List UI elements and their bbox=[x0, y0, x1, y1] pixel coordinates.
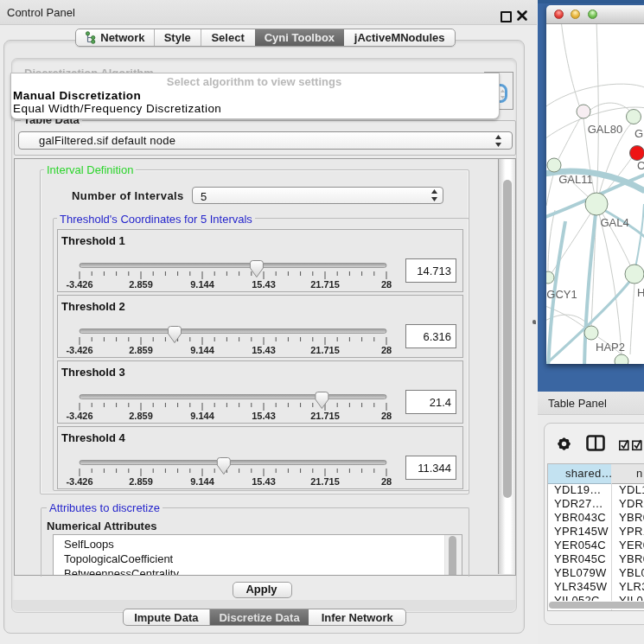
svg-text:H: H bbox=[637, 286, 644, 299]
svg-text:GAL80: GAL80 bbox=[588, 123, 622, 136]
svg-text:9.144: 9.144 bbox=[190, 345, 214, 355]
svg-text:28: 28 bbox=[381, 279, 392, 290]
svg-text:21.715: 21.715 bbox=[310, 279, 340, 290]
svg-text:2.859: 2.859 bbox=[129, 476, 153, 487]
svg-text:9.144: 9.144 bbox=[190, 279, 214, 290]
svg-text:2.859: 2.859 bbox=[129, 411, 153, 421]
svg-text:-3.426: -3.426 bbox=[66, 279, 92, 290]
svg-text:-3.426: -3.426 bbox=[66, 411, 92, 421]
svg-text:9.144: 9.144 bbox=[190, 476, 214, 487]
svg-text:2.859: 2.859 bbox=[129, 279, 153, 290]
svg-text:15.43: 15.43 bbox=[252, 345, 276, 355]
svg-text:-3.426: -3.426 bbox=[66, 476, 92, 487]
svg-text:21.715: 21.715 bbox=[310, 411, 340, 421]
svg-text:GAL11: GAL11 bbox=[558, 173, 593, 186]
svg-text:15.43: 15.43 bbox=[252, 411, 276, 421]
svg-text:9.144: 9.144 bbox=[190, 411, 214, 421]
svg-text:HAP2: HAP2 bbox=[596, 341, 625, 354]
svg-text:21.715: 21.715 bbox=[310, 476, 340, 487]
svg-text:C: C bbox=[637, 159, 644, 172]
svg-text:G.: G. bbox=[634, 127, 644, 140]
svg-text:GCY1: GCY1 bbox=[546, 288, 577, 301]
svg-text:2.859: 2.859 bbox=[129, 345, 153, 355]
svg-text:15.43: 15.43 bbox=[252, 476, 276, 487]
svg-text:28: 28 bbox=[381, 345, 392, 355]
svg-text:GAL4: GAL4 bbox=[600, 216, 628, 229]
svg-text:15.43: 15.43 bbox=[252, 279, 276, 290]
svg-text:-3.426: -3.426 bbox=[66, 345, 92, 355]
svg-text:28: 28 bbox=[381, 476, 392, 487]
svg-text:28: 28 bbox=[381, 411, 392, 421]
svg-text:21.715: 21.715 bbox=[310, 345, 340, 355]
